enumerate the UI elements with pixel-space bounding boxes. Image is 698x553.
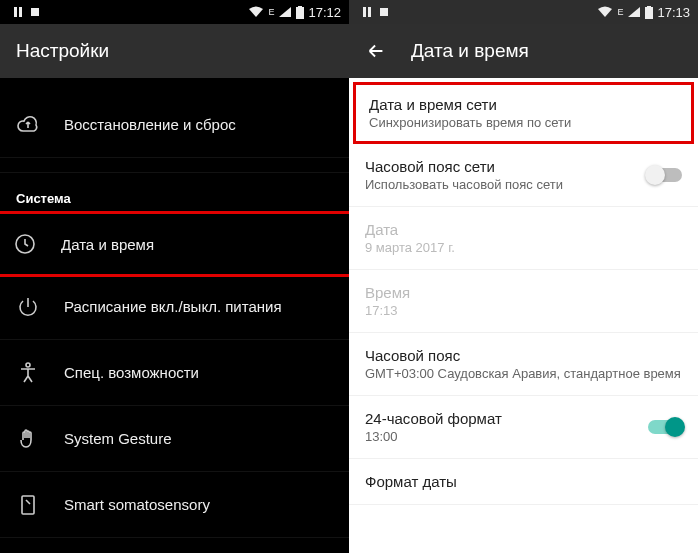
setting-24h-format[interactable]: 24-часовой формат 13:00 [349, 396, 698, 459]
divider [0, 78, 349, 92]
status-bar: E 17:13 [349, 0, 698, 24]
svg-rect-12 [647, 6, 651, 8]
setting-subtitle: 17:13 [365, 303, 682, 318]
clock-label: 17:12 [308, 5, 341, 20]
device-icon [16, 493, 40, 517]
setting-subtitle: 9 марта 2017 г. [365, 240, 682, 255]
stop-icon [379, 7, 389, 17]
battery-icon [296, 6, 304, 19]
settings-item-backup-reset[interactable]: Восстановление и сброс [0, 92, 349, 158]
page-title: Настройки [16, 40, 109, 62]
setting-subtitle: Синхронизировать время по сети [369, 115, 678, 130]
cloud-upload-icon [16, 113, 40, 137]
status-bar: E 17:12 [0, 0, 349, 24]
svg-rect-9 [368, 7, 371, 17]
app-bar: Настройки [0, 24, 349, 78]
svg-rect-1 [19, 7, 22, 17]
divider [0, 158, 349, 172]
signal-icon [278, 6, 292, 18]
settings-item-system-gesture[interactable]: System Gesture [0, 406, 349, 472]
svg-rect-10 [380, 8, 388, 16]
setting-title: Время [365, 284, 682, 301]
setting-title: 24-часовой формат [365, 410, 682, 427]
wifi-icon [248, 6, 264, 18]
svg-point-6 [26, 363, 30, 367]
setting-subtitle: 13:00 [365, 429, 682, 444]
setting-title: Часовой пояс [365, 347, 682, 364]
toggle-network-timezone[interactable] [648, 168, 682, 182]
accessibility-icon [16, 361, 40, 385]
svg-rect-4 [298, 6, 302, 8]
signal-icon [627, 6, 641, 18]
svg-rect-0 [14, 7, 17, 17]
setting-date: Дата 9 марта 2017 г. [349, 207, 698, 270]
setting-title: Часовой пояс сети [365, 158, 682, 175]
settings-item-label: Расписание вкл./выкл. питания [64, 298, 282, 315]
network-type-label: E [268, 7, 274, 17]
settings-item-label: System Gesture [64, 430, 172, 447]
settings-screen: E 17:12 Настройки Восстановление и сброс… [0, 0, 349, 553]
wifi-icon [597, 6, 613, 18]
stop-icon [30, 7, 40, 17]
svg-rect-2 [31, 8, 39, 16]
clock-icon [13, 232, 37, 256]
settings-item-date-time[interactable]: Дата и время [0, 211, 349, 277]
settings-item-label: Smart somatosensory [64, 496, 210, 513]
setting-time: Время 17:13 [349, 270, 698, 333]
network-type-label: E [617, 7, 623, 17]
svg-rect-8 [363, 7, 366, 17]
svg-rect-7 [22, 496, 34, 514]
setting-network-time[interactable]: Дата и время сети Синхронизировать время… [353, 82, 694, 144]
setting-subtitle: Использовать часовой пояс сети [365, 177, 682, 192]
settings-item-power-schedule[interactable]: Расписание вкл./выкл. питания [0, 274, 349, 340]
power-icon [16, 295, 40, 319]
battery-icon [645, 6, 653, 19]
pause-icon [361, 6, 373, 18]
section-header-system: Система [0, 172, 349, 214]
back-icon[interactable] [365, 40, 387, 62]
settings-item-smart-somatosensory[interactable]: Smart somatosensory [0, 472, 349, 538]
app-bar: Дата и время [349, 24, 698, 78]
page-title: Дата и время [411, 40, 529, 62]
clock-label: 17:13 [657, 5, 690, 20]
setting-network-timezone[interactable]: Часовой пояс сети Использовать часовой п… [349, 144, 698, 207]
svg-rect-11 [645, 7, 653, 19]
settings-item-label: Восстановление и сброс [64, 116, 236, 133]
date-time-screen: E 17:13 Дата и время Дата и время сети С… [349, 0, 698, 553]
hand-icon [16, 427, 40, 451]
setting-title: Дата и время сети [369, 96, 678, 113]
pause-icon [12, 6, 24, 18]
settings-item-label: Спец. возможности [64, 364, 199, 381]
settings-item-accessibility[interactable]: Спец. возможности [0, 340, 349, 406]
setting-date-format[interactable]: Формат даты [349, 459, 698, 505]
setting-title: Дата [365, 221, 682, 238]
svg-rect-3 [296, 7, 304, 19]
setting-title: Формат даты [365, 473, 682, 490]
setting-subtitle: GMT+03:00 Саудовская Аравия, стандартное… [365, 366, 682, 381]
settings-item-label: Дата и время [61, 236, 154, 253]
toggle-24h-format[interactable] [648, 420, 682, 434]
setting-timezone[interactable]: Часовой пояс GMT+03:00 Саудовская Аравия… [349, 333, 698, 396]
